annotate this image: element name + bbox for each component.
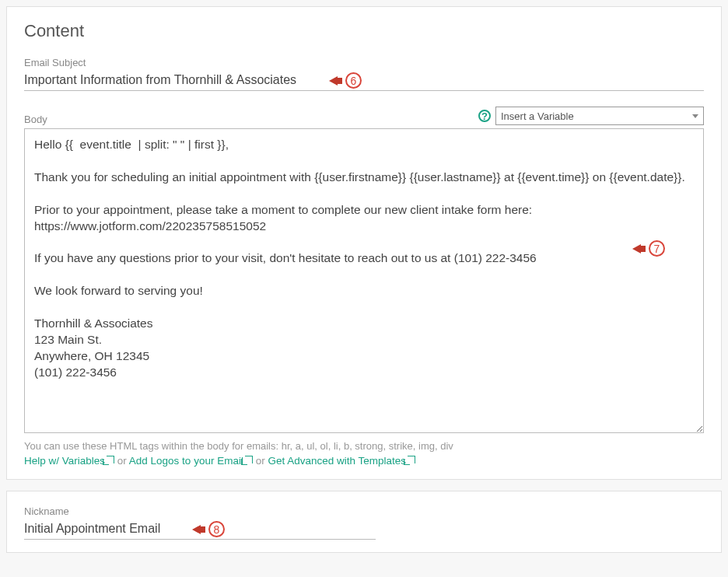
add-logos-link[interactable]: Add Logos to your Email	[129, 455, 253, 467]
help-icon[interactable]: ?	[478, 110, 491, 122]
insert-variable-select[interactable]: Insert a Variable	[495, 107, 704, 125]
body-hint: You can use these HTML tags within the b…	[24, 440, 704, 452]
variable-select-label: Insert a Variable	[501, 110, 574, 122]
external-link-icon	[245, 456, 253, 463]
help-variables-link[interactable]: Help w/ Variables	[24, 455, 114, 467]
subject-label: Email Subject	[24, 57, 704, 68]
separator: or	[114, 455, 129, 467]
nickname-label: Nickname	[24, 505, 704, 517]
card-title: Content	[24, 21, 704, 41]
external-link-icon	[408, 456, 415, 463]
content-card: Content Email Subject 6 Body ? Insert a …	[6, 6, 722, 480]
nickname-field: Nickname 8	[24, 505, 704, 540]
help-links-row: Help w/ Variables or Add Logos to your E…	[24, 455, 704, 467]
body-field: Body ? Insert a Variable 7 You can use t…	[24, 107, 704, 467]
external-link-icon	[107, 456, 114, 463]
nickname-input[interactable]	[24, 520, 376, 540]
subject-input[interactable]	[24, 72, 704, 91]
subject-field: Email Subject 6	[24, 57, 704, 91]
advanced-templates-link[interactable]: Get Advanced with Templates	[268, 455, 415, 467]
body-header-right: ? Insert a Variable	[478, 107, 704, 125]
body-textarea[interactable]	[24, 128, 704, 433]
body-header: Body ? Insert a Variable	[24, 107, 704, 125]
separator: or	[253, 455, 268, 467]
body-label: Body	[24, 114, 47, 125]
nickname-card: Nickname 8	[6, 491, 722, 553]
